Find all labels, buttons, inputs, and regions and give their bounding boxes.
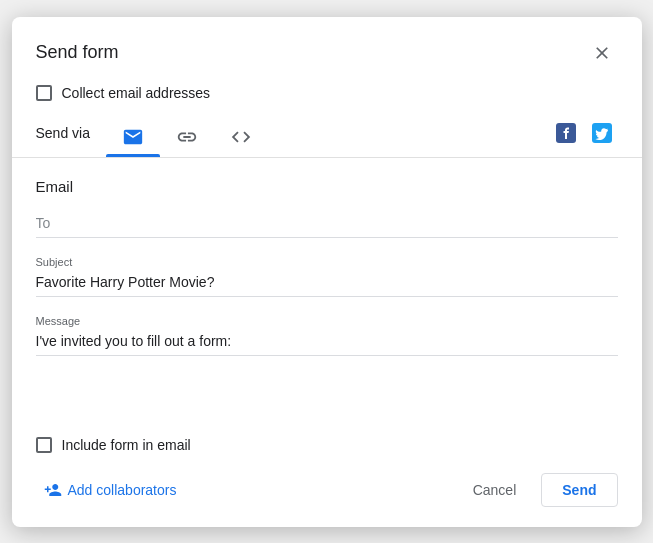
send-via-label: Send via xyxy=(36,125,90,149)
subject-label: Subject xyxy=(36,256,618,268)
message-field-group: Message xyxy=(36,315,618,356)
include-form-checkbox[interactable] xyxy=(36,437,52,453)
email-section-title: Email xyxy=(36,178,618,195)
add-person-icon xyxy=(44,481,62,499)
cancel-button[interactable]: Cancel xyxy=(456,473,534,507)
send-form-dialog: Send form Collect email addresses Send v… xyxy=(12,17,642,527)
close-icon xyxy=(592,43,612,63)
add-collaborators-button[interactable]: Add collaborators xyxy=(36,475,185,505)
embed-icon xyxy=(230,126,252,148)
dialog-title: Send form xyxy=(36,42,119,63)
social-icons xyxy=(550,117,618,157)
tab-link[interactable] xyxy=(160,118,214,156)
include-form-label: Include form in email xyxy=(62,437,191,453)
send-button[interactable]: Send xyxy=(541,473,617,507)
tab-embed[interactable] xyxy=(214,118,268,156)
twitter-icon xyxy=(590,121,614,145)
message-input[interactable] xyxy=(36,329,618,356)
close-button[interactable] xyxy=(586,37,618,69)
collect-email-checkbox[interactable] xyxy=(36,85,52,101)
email-section: Email Subject Message xyxy=(12,158,642,421)
dialog-footer: Add collaborators Cancel Send xyxy=(12,461,642,527)
collect-email-label: Collect email addresses xyxy=(62,85,211,101)
to-field-group xyxy=(36,211,618,238)
message-label: Message xyxy=(36,315,618,327)
include-form-row: Include form in email xyxy=(12,421,642,461)
collect-email-row: Collect email addresses xyxy=(12,81,642,117)
twitter-button[interactable] xyxy=(586,117,618,149)
subject-field-group: Subject xyxy=(36,256,618,297)
send-via-tabs xyxy=(106,118,550,156)
link-icon xyxy=(176,126,198,148)
facebook-icon xyxy=(554,121,578,145)
add-collaborators-label: Add collaborators xyxy=(68,482,177,498)
to-input[interactable] xyxy=(36,211,618,238)
email-icon xyxy=(122,126,144,148)
facebook-button[interactable] xyxy=(550,117,582,149)
subject-input[interactable] xyxy=(36,270,618,297)
footer-actions: Cancel Send xyxy=(456,473,618,507)
send-via-row: Send via xyxy=(12,117,642,158)
tab-email[interactable] xyxy=(106,118,160,156)
dialog-header: Send form xyxy=(12,17,642,81)
